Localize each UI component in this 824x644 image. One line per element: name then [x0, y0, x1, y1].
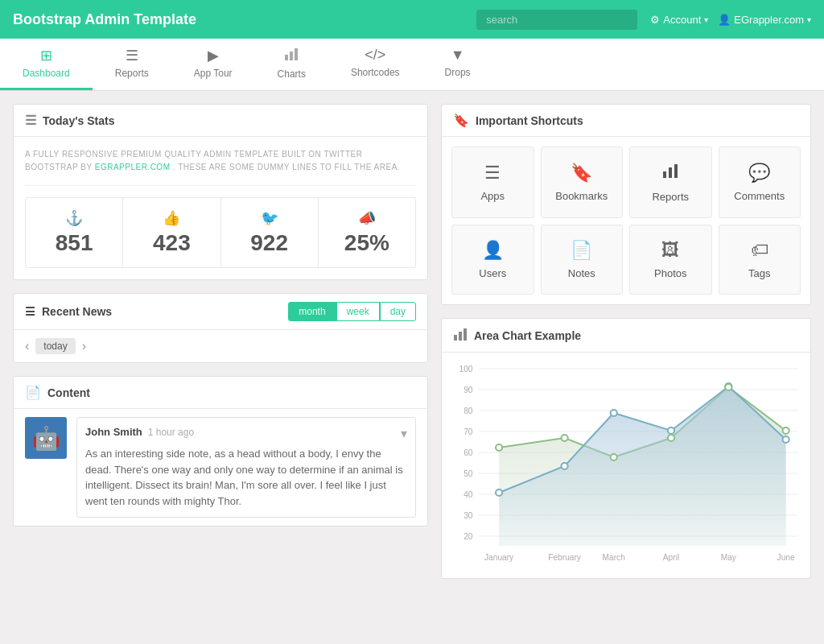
tab-bar: ⊞ Dashboard ☰ Reports ▶ App Tour Charts …: [0, 39, 824, 91]
svg-rect-3: [663, 171, 666, 178]
user-menu[interactable]: 👤 EGrappler.com ▾: [718, 14, 811, 26]
shortcut-tags[interactable]: 🏷 Tags: [719, 225, 801, 295]
s2-point-1: [562, 435, 568, 441]
content-title: Content: [47, 386, 90, 399]
shortcut-notes[interactable]: 📄 Notes: [541, 225, 624, 295]
top-nav-right: ⚙ Account ▾ 👤 EGrappler.com ▾: [650, 14, 811, 26]
comments-label: Comments: [734, 190, 785, 202]
tab-reports[interactable]: ☰ Reports: [93, 39, 171, 90]
comment-meta: John Smith 1 hour ago: [85, 426, 194, 441]
reports-icon: ☰: [126, 47, 138, 64]
svg-text:June: June: [777, 553, 795, 562]
content-item: 🤖 John Smith 1 hour ago ▾ As an interest…: [14, 409, 427, 526]
stat-thumbsup: 👍 423: [123, 198, 220, 267]
comment-text: As an interesting side note, as a head w…: [85, 446, 407, 509]
stat-value-2: 922: [228, 230, 311, 256]
svg-text:April: April: [663, 553, 679, 562]
drops-icon: ▼: [451, 47, 465, 64]
shortcuts-card: 🔖 Important Shortcuts ☰ Apps 🔖 Bookmarks…: [441, 104, 811, 305]
todays-stats-body: A FULLY RESPONSIVE PREMIUM QUALITY ADMIN…: [14, 137, 427, 279]
right-column: 🔖 Important Shortcuts ☰ Apps 🔖 Bookmarks…: [441, 104, 811, 579]
shortcut-apps[interactable]: ☰ Apps: [451, 147, 534, 218]
bookmarks-label: Bookmarks: [555, 190, 608, 202]
svg-rect-0: [285, 55, 288, 60]
users-label: Users: [479, 267, 506, 279]
shortcut-reports[interactable]: Reports: [629, 147, 712, 218]
content-header: 📄 Content: [14, 377, 427, 409]
stats-header-icon: ☰: [25, 113, 36, 128]
account-label: Account: [663, 14, 701, 26]
search-input[interactable]: [476, 10, 637, 30]
tab-dashboard[interactable]: ⊞ Dashboard: [0, 39, 93, 90]
chart-header: Area Chart Example: [442, 319, 810, 353]
tab-apptour[interactable]: ▶ App Tour: [171, 39, 255, 90]
egrappler-link[interactable]: EGRAPPLER.COM: [95, 163, 171, 171]
area-chart-card: Area Chart Example 100 90 80 70 60 50 40…: [441, 318, 811, 579]
tab-charts[interactable]: Charts: [255, 39, 328, 90]
svg-rect-5: [674, 164, 678, 178]
thumbsup-icon: 👍: [130, 209, 213, 227]
filter-week[interactable]: week: [336, 302, 380, 321]
chart-title: Area Chart Example: [474, 329, 581, 342]
svg-text:100: 100: [459, 365, 473, 374]
shortcuts-grid: ☰ Apps 🔖 Bookmarks Reports 💬 Comments: [442, 137, 810, 304]
photos-icon: 🖼: [661, 240, 679, 261]
recent-news-title: ☰ Recent News: [25, 305, 112, 318]
svg-rect-7: [459, 332, 462, 341]
todays-stats-card: ☰ Today's Stats A FULLY RESPONSIVE PREMI…: [13, 104, 428, 280]
tab-charts-label: Charts: [278, 68, 306, 80]
s2-point-5: [783, 427, 789, 434]
shortcut-photos[interactable]: 🖼 Photos: [629, 225, 712, 295]
tab-shortcodes[interactable]: </> Shortcodes: [328, 39, 422, 90]
shortcut-comments[interactable]: 💬 Comments: [719, 147, 801, 218]
svg-text:90: 90: [464, 386, 473, 394]
recent-news-header: ☰ Recent News month week day: [14, 294, 427, 330]
users-icon: 👤: [482, 240, 504, 261]
stats-description: A FULLY RESPONSIVE PREMIUM QUALITY ADMIN…: [25, 148, 416, 186]
chart-icon: [453, 327, 468, 344]
stat-anchor: ⚓ 851: [26, 198, 123, 267]
s2-point-4: [725, 384, 731, 390]
tab-drops[interactable]: ▼ Drops: [422, 39, 493, 90]
svg-rect-2: [295, 48, 298, 60]
brand-title: Bootstrap Admin Template: [13, 11, 476, 28]
tab-reports-label: Reports: [115, 68, 149, 79]
chart-body: 100 90 80 70 60 50 40 30 20: [442, 353, 810, 578]
svg-text:March: March: [603, 553, 625, 562]
top-navbar: Bootstrap Admin Template ⚙ Account ▾ 👤 E…: [0, 0, 824, 39]
svg-rect-8: [464, 328, 467, 341]
filter-month[interactable]: month: [288, 302, 336, 321]
svg-text:40: 40: [464, 490, 473, 499]
notes-icon: 📄: [571, 240, 592, 261]
svg-rect-1: [290, 52, 293, 60]
megaphone-icon: 📣: [325, 209, 409, 227]
shortcut-users[interactable]: 👤 Users: [451, 225, 534, 295]
nav-next-button[interactable]: ›: [82, 339, 86, 353]
tags-icon: 🏷: [751, 240, 768, 261]
account-menu[interactable]: ⚙ Account ▾: [650, 14, 708, 26]
left-column: ☰ Today's Stats A FULLY RESPONSIVE PREMI…: [13, 104, 428, 579]
content-icon: 📄: [25, 385, 41, 400]
apps-icon: ☰: [484, 163, 501, 184]
svg-text:January: January: [484, 553, 514, 562]
tab-shortcodes-label: Shortcodes: [351, 67, 400, 78]
news-nav: ‹ today ›: [14, 330, 427, 362]
s1-point-2: [611, 410, 617, 416]
chart-container: 100 90 80 70 60 50 40 30 20: [450, 361, 802, 570]
content-card: 📄 Content 🤖 John Smith 1 hour ago ▾ As a…: [13, 376, 428, 526]
bookmarks-icon: 🔖: [571, 163, 592, 184]
svg-text:May: May: [721, 553, 737, 562]
shortcut-bookmarks[interactable]: 🔖 Bookmarks: [541, 147, 624, 218]
todays-stats-title: Today's Stats: [43, 114, 114, 127]
tab-drops-label: Drops: [445, 67, 471, 78]
filter-day[interactable]: day: [380, 302, 416, 321]
recent-news-card: ☰ Recent News month week day ‹ today ›: [13, 293, 428, 363]
username-label: EGrappler.com: [734, 14, 804, 26]
s2-point-2: [611, 454, 617, 460]
svg-text:50: 50: [464, 469, 473, 478]
svg-text:February: February: [548, 553, 582, 562]
nav-prev-button[interactable]: ‹: [25, 339, 29, 353]
reports-shortcut-label: Reports: [652, 191, 689, 203]
comment-expand-button[interactable]: ▾: [401, 426, 407, 441]
today-badge: today: [35, 338, 75, 354]
